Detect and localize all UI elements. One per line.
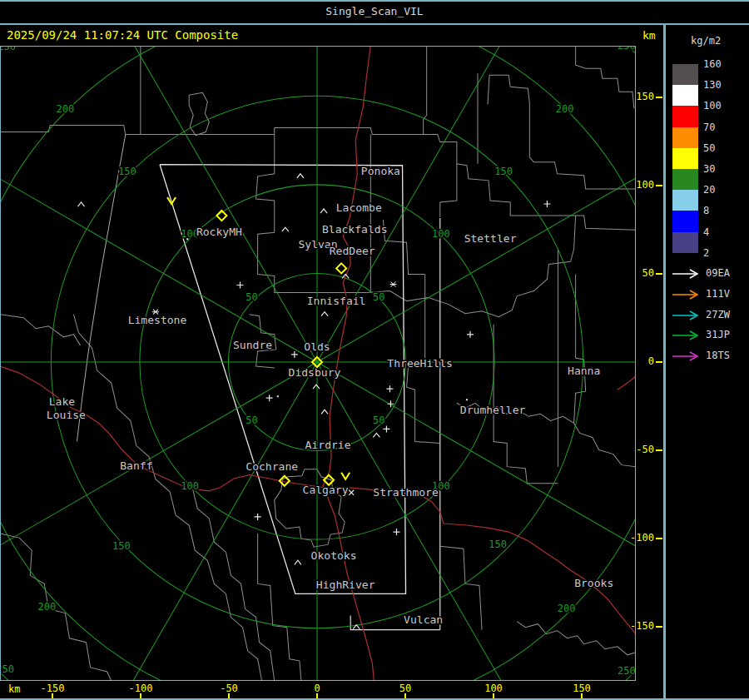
scale-color-block bbox=[672, 64, 698, 85]
caret-marker bbox=[313, 385, 320, 389]
plus-marker bbox=[266, 395, 273, 401]
radar-arrow-icon bbox=[671, 289, 702, 300]
map-wrap: 5050505010010010010015015015015020020020… bbox=[0, 46, 636, 681]
scale-tick-label: 50 bbox=[703, 142, 715, 154]
county-boundary bbox=[440, 546, 482, 630]
bottom-axis-tick-label: 100 bbox=[469, 683, 518, 694]
right-axis-tick bbox=[656, 185, 662, 186]
radar-site-diamond bbox=[336, 263, 346, 273]
city-label: Olds bbox=[304, 340, 330, 353]
ring-distance-label: 200 bbox=[558, 603, 576, 614]
city-label: Okotoks bbox=[311, 549, 357, 562]
asterisk-marker bbox=[389, 281, 396, 286]
city-label: Limestone bbox=[128, 314, 187, 326]
city-label: Stettler bbox=[464, 232, 517, 245]
city-label: Calgary bbox=[303, 484, 349, 496]
city-label: Drumheller bbox=[460, 404, 526, 416]
right-axis-tick-label: 150 bbox=[604, 91, 654, 102]
plus-marker bbox=[255, 514, 261, 520]
map-canvas[interactable]: 5050505010010010010015015015015020020020… bbox=[0, 46, 636, 681]
city-label: Sundre bbox=[233, 339, 272, 351]
ring-distance-label: 200 bbox=[57, 103, 75, 115]
panel-separator bbox=[663, 23, 666, 700]
bottom-axis-unit: km bbox=[8, 683, 20, 695]
caret-marker bbox=[295, 560, 301, 564]
title-divider bbox=[0, 23, 749, 25]
scale-color-block bbox=[672, 85, 698, 106]
radar-id-label: 31JP bbox=[706, 329, 730, 340]
plus-marker bbox=[393, 529, 399, 535]
radar-arrow-icon bbox=[671, 330, 702, 341]
dot-marker bbox=[277, 395, 279, 397]
scale-tick-label: 160 bbox=[703, 58, 722, 70]
legend-row: 09EA bbox=[671, 267, 747, 279]
plus-marker bbox=[236, 281, 243, 288]
right-axis-tick-label: -50 bbox=[604, 444, 654, 455]
city-label: Lake bbox=[49, 395, 76, 408]
ring-distance-label: 150 bbox=[489, 539, 507, 550]
county-boundary bbox=[424, 46, 427, 135]
radar-id-label: 18TS bbox=[706, 350, 730, 361]
scale-unit-label: kg/m2 bbox=[691, 35, 721, 47]
dot-marker bbox=[466, 399, 468, 400]
bottom-axis-tick-label: 0 bbox=[292, 683, 342, 694]
right-axis-tick-label: 100 bbox=[604, 179, 654, 191]
ring-distance-label: 50 bbox=[246, 415, 258, 426]
right-axis-tick bbox=[656, 97, 662, 98]
scale-color-block bbox=[672, 148, 698, 169]
plus-marker bbox=[467, 331, 474, 338]
bottom-axis-tick-label: 150 bbox=[557, 683, 607, 694]
caret-marker bbox=[297, 174, 304, 178]
city-label: Didsbury bbox=[289, 366, 341, 379]
bottom-axis-tick-label: 50 bbox=[380, 683, 430, 694]
scale-tick-label: 130 bbox=[703, 79, 722, 91]
right-axis-tick-label: -100 bbox=[604, 532, 654, 544]
county-boundary bbox=[574, 274, 586, 423]
scan-timestamp: 2025/09/24 11:07:24 UTC Composite bbox=[7, 28, 238, 42]
ring-distance-label: 100 bbox=[432, 228, 450, 240]
right-axis-unit: km bbox=[642, 29, 656, 42]
scale-color-block bbox=[672, 190, 698, 211]
county-boundary bbox=[440, 164, 457, 217]
radar-app-window: Single_Scan_VIL 2025/09/24 11:07:24 UTC … bbox=[0, 0, 749, 700]
scale-tick-label: 4 bbox=[703, 226, 709, 238]
scale-color-block bbox=[672, 169, 698, 190]
caret-marker bbox=[373, 433, 379, 437]
radar-id-label: 111V bbox=[706, 288, 730, 300]
scale-color-block bbox=[672, 232, 698, 253]
city-label: Strathmore bbox=[373, 486, 439, 499]
ring-distance-label: 100 bbox=[181, 480, 199, 492]
ring-distance-label: 150 bbox=[112, 540, 131, 552]
right-axis-tick bbox=[656, 273, 662, 275]
ring-distance-label: 50 bbox=[373, 415, 385, 426]
ring-distance-label: 50 bbox=[246, 291, 258, 303]
radar-arrow-icon bbox=[671, 268, 702, 280]
plus-marker bbox=[386, 385, 393, 392]
radar-arrow-icon bbox=[671, 350, 702, 362]
legend-row: 27ZW bbox=[671, 309, 747, 320]
city-label: Ponoka bbox=[361, 165, 400, 177]
city-label: Vulcan bbox=[404, 613, 443, 626]
city-label: HighRiver bbox=[316, 578, 375, 591]
county-boundary bbox=[457, 164, 636, 230]
scale-tick-label: 20 bbox=[703, 184, 715, 196]
caret-marker bbox=[321, 410, 328, 414]
ring-distance-label: 200 bbox=[556, 103, 574, 115]
plus-marker bbox=[543, 201, 550, 207]
ring-distance-label: 250 bbox=[618, 46, 636, 52]
right-axis-tick bbox=[656, 361, 662, 363]
county-boundary bbox=[73, 315, 261, 681]
ring-distance-label: 250 bbox=[618, 665, 636, 677]
bottom-axis-tick-label: -150 bbox=[27, 683, 77, 694]
ring-distance-label: 50 bbox=[373, 291, 385, 303]
caret-marker bbox=[321, 312, 328, 316]
right-axis-tick-label: 0 bbox=[604, 355, 654, 367]
ring-distance-label: 250 bbox=[0, 46, 16, 52]
radar-id-label: 09EA bbox=[706, 267, 730, 279]
city-label: Innisfail bbox=[307, 295, 366, 307]
right-axis-tick bbox=[656, 538, 662, 539]
scale-tick-label: 2 bbox=[703, 247, 709, 259]
county-boundary bbox=[189, 92, 209, 135]
scan-sector-outline bbox=[77, 135, 125, 442]
radar-id-label: 27ZW bbox=[706, 309, 730, 320]
